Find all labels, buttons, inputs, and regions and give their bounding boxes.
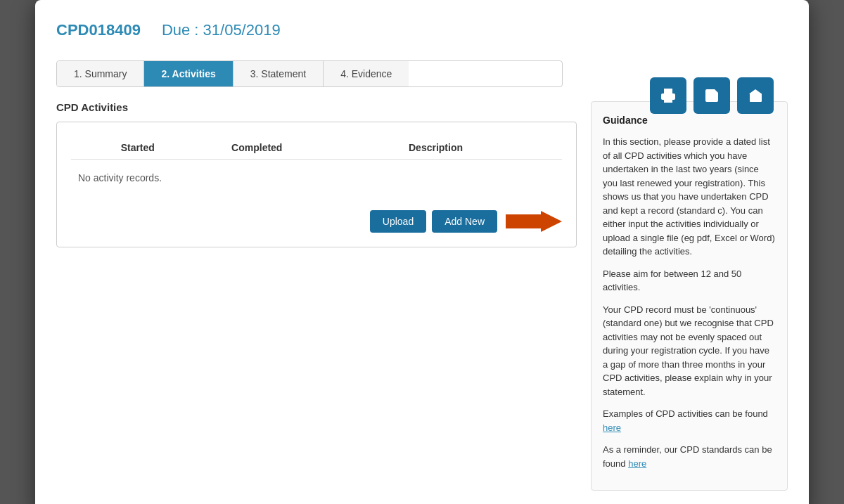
main-panel: CPD Activities Started Completed Descrip… xyxy=(56,101,577,491)
upload-button[interactable]: Upload xyxy=(370,210,426,233)
guidance-para-4: Examples of CPD activities can be found … xyxy=(603,407,776,434)
col-description: Description xyxy=(316,142,555,153)
guidance-link-2[interactable]: here xyxy=(628,458,646,469)
guidance-para-3: Your CPD record must be 'continuous' (st… xyxy=(603,303,776,399)
guidance-panel: Guidance In this section, please provide… xyxy=(591,101,788,491)
svg-marker-0 xyxy=(506,211,562,232)
tab-bar: 1. Summary 2. Activities 3. Statement 4.… xyxy=(56,60,563,87)
toolbar xyxy=(650,77,774,114)
guidance-title: Guidance xyxy=(603,113,776,128)
guidance-para-1: In this section, please provide a dated … xyxy=(603,135,776,259)
table-actions: Upload Add New xyxy=(71,210,562,233)
save-button[interactable] xyxy=(693,77,730,114)
tab-evidence[interactable]: 4. Evidence xyxy=(324,61,409,86)
arrow-indicator xyxy=(506,211,562,232)
activity-table: Started Completed Description No activit… xyxy=(56,122,577,247)
tab-activities[interactable]: 2. Activities xyxy=(144,61,233,86)
col-completed: Completed xyxy=(198,142,317,153)
cpd-id: CPD018409 xyxy=(56,21,141,39)
home-button[interactable] xyxy=(737,77,774,114)
guidance-para-2: Please aim for between 12 and 50 activit… xyxy=(603,267,776,295)
tab-summary[interactable]: 1. Summary xyxy=(57,61,144,86)
print-button[interactable] xyxy=(650,77,686,114)
col-started: Started xyxy=(78,142,198,153)
print-icon xyxy=(660,87,677,104)
save-icon xyxy=(703,87,720,104)
section-title: CPD Activities xyxy=(56,101,577,113)
due-date: Due : 31/05/2019 xyxy=(162,21,281,39)
guidance-link-1[interactable]: here xyxy=(603,422,621,433)
no-records-text: No activity records. xyxy=(71,167,562,189)
tab-statement[interactable]: 3. Statement xyxy=(234,61,324,86)
content-row: CPD Activities Started Completed Descrip… xyxy=(56,101,788,491)
guidance-para-5: As a reminder, our CPD standards can be … xyxy=(603,443,776,470)
home-icon xyxy=(747,87,764,104)
add-new-button[interactable]: Add New xyxy=(432,210,497,233)
main-container: CPD018409 Due : 31/05/2019 1. Summary 2.… xyxy=(35,0,809,504)
table-header: Started Completed Description xyxy=(71,136,562,160)
header: CPD018409 Due : 31/05/2019 xyxy=(56,21,788,39)
